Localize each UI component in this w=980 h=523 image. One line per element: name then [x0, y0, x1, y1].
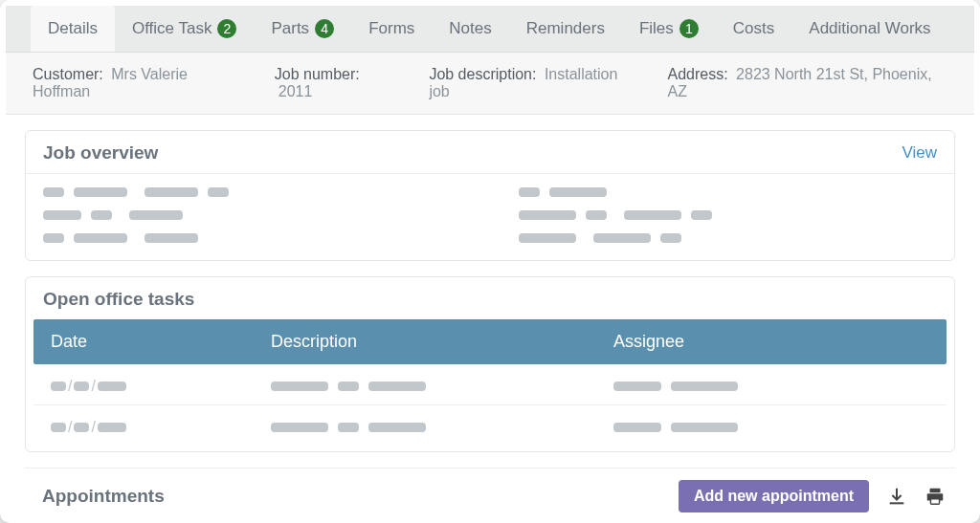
tab-bar: Details Office Task 2 Parts 4 Forms Note…: [6, 6, 974, 53]
info-job-description: Job description: Installation job: [429, 66, 636, 100]
tab-additional-works[interactable]: Additional Works: [791, 6, 947, 52]
badge-files: 1: [679, 19, 699, 38]
download-icon[interactable]: [886, 486, 907, 507]
job-window: Details Office Task 2 Parts 4 Forms Note…: [0, 0, 980, 523]
tab-label: Details: [48, 19, 98, 38]
col-date: Date: [51, 332, 271, 352]
tab-label: Files: [639, 19, 674, 38]
view-link[interactable]: View: [902, 143, 937, 163]
col-description: Description: [271, 332, 613, 352]
panel-title: Job overview: [43, 142, 158, 163]
panel-title: Appointments: [42, 486, 165, 507]
info-job-number: Job number: 2011: [275, 66, 399, 100]
col-assignee: Assignee: [613, 332, 929, 352]
tab-office-task[interactable]: Office Task 2: [115, 6, 254, 52]
panel-open-office-tasks: Open office tasks Date Description Assig…: [25, 276, 955, 452]
label: Address:: [667, 66, 727, 82]
tab-label: Office Task: [132, 19, 212, 38]
tab-forms[interactable]: Forms: [351, 6, 432, 52]
tab-label: Additional Works: [809, 19, 930, 38]
panel-appointments: Appointments Add new appointment: [25, 468, 955, 512]
panel-job-overview: Job overview View: [25, 130, 955, 261]
svg-rect-0: [930, 489, 941, 493]
tasks-table-header: Date Description Assignee: [33, 319, 947, 364]
label: Job number:: [275, 66, 360, 82]
panel-title: Open office tasks: [43, 289, 194, 310]
job-info-bar: Customer: Mrs Valerie Hoffman Job number…: [6, 53, 974, 115]
tab-label: Parts: [271, 19, 309, 38]
tab-label: Notes: [449, 19, 491, 38]
info-customer: Customer: Mrs Valerie Hoffman: [33, 66, 244, 100]
label: Job description:: [429, 66, 536, 82]
tab-files[interactable]: Files 1: [622, 6, 716, 52]
svg-rect-2: [930, 499, 939, 505]
tab-details[interactable]: Details: [31, 6, 115, 52]
tab-label: Reminders: [526, 19, 605, 38]
badge-office-task: 2: [217, 19, 236, 38]
table-row[interactable]: / /: [33, 364, 947, 405]
print-icon[interactable]: [924, 486, 946, 507]
badge-parts: 4: [315, 19, 334, 38]
value: 2011: [278, 83, 313, 99]
overview-left: [43, 187, 461, 243]
info-address: Address: 2823 North 21st St, Phoenix, AZ: [667, 66, 947, 100]
tab-notes[interactable]: Notes: [432, 6, 508, 52]
tab-parts[interactable]: Parts 4: [254, 6, 351, 52]
tab-reminders[interactable]: Reminders: [509, 6, 622, 52]
tab-costs[interactable]: Costs: [716, 6, 791, 52]
overview-right: [519, 187, 937, 243]
label: Customer:: [33, 66, 103, 82]
table-row[interactable]: / /: [33, 405, 947, 446]
add-appointment-button[interactable]: Add new appointment: [679, 480, 869, 512]
tab-label: Costs: [733, 19, 774, 38]
tab-label: Forms: [368, 19, 414, 38]
